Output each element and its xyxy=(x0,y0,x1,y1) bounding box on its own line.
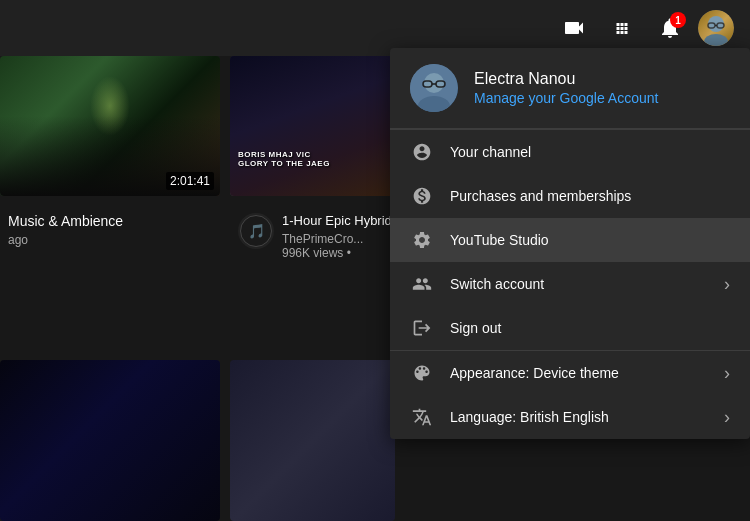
menu-item-sign-out[interactable]: Sign out xyxy=(390,306,750,350)
avatar-image xyxy=(698,10,734,46)
video-meta-1: ago xyxy=(8,233,123,247)
menu-user-info: Electra Nanou Manage your Google Account xyxy=(474,70,658,106)
menu-item-youtube-studio[interactable]: YouTube Studio xyxy=(390,218,750,262)
sign-out-icon xyxy=(410,316,434,340)
palette-icon xyxy=(410,361,434,385)
create-video-button[interactable] xyxy=(554,8,594,48)
appearance-label: Appearance: Device theme xyxy=(450,365,708,381)
menu-item-language[interactable]: Language: British English › xyxy=(390,395,750,439)
purchases-label: Purchases and memberships xyxy=(450,188,730,204)
video-info-1: Music & Ambience ago xyxy=(0,205,131,255)
notification-badge: 1 xyxy=(670,12,686,28)
person-icon xyxy=(410,140,434,164)
language-arrow: › xyxy=(724,407,730,428)
manage-account-link[interactable]: Manage your Google Account xyxy=(474,90,658,106)
menu-item-purchases[interactable]: Purchases and memberships xyxy=(390,174,750,218)
menu-item-your-channel[interactable]: Your channel xyxy=(390,130,750,174)
apps-button[interactable] xyxy=(602,8,642,48)
switch-account-label: Switch account xyxy=(450,276,708,292)
menu-profile-section: Electra Nanou Manage your Google Account xyxy=(390,48,750,129)
video-thumbnail-2[interactable]: BORIS MHAJ VICGLORY TO THE JAEG xyxy=(230,56,395,196)
video-thumbnail-3[interactable] xyxy=(0,360,220,521)
channel-icon-2: 🎵 xyxy=(238,213,274,249)
language-label: Language: British English xyxy=(450,409,708,425)
video-thumbnail-4[interactable] xyxy=(230,360,395,521)
your-channel-label: Your channel xyxy=(450,144,730,160)
switch-account-arrow: › xyxy=(724,274,730,295)
menu-item-switch-account[interactable]: Switch account › xyxy=(390,262,750,306)
sign-out-label: Sign out xyxy=(450,320,730,336)
video-title-1: Music & Ambience xyxy=(8,213,123,229)
user-dropdown-menu: Electra Nanou Manage your Google Account… xyxy=(390,48,750,439)
menu-item-appearance[interactable]: Appearance: Device theme › xyxy=(390,351,750,395)
notification-button[interactable]: 1 xyxy=(650,8,690,48)
appearance-arrow: › xyxy=(724,363,730,384)
svg-point-1 xyxy=(704,34,728,46)
video-duration-1: 2:01:41 xyxy=(166,172,214,190)
gear-icon xyxy=(410,228,434,252)
video-thumbnail-1[interactable]: 2:01:41 xyxy=(0,56,220,196)
menu-user-avatar xyxy=(410,64,458,112)
translate-icon xyxy=(410,405,434,429)
svg-point-0 xyxy=(708,16,724,32)
user-avatar-button[interactable] xyxy=(698,10,734,46)
dollar-icon xyxy=(410,184,434,208)
switch-account-icon xyxy=(410,272,434,296)
video-overlay-text: BORIS MHAJ VICGLORY TO THE JAEG xyxy=(238,150,330,168)
youtube-studio-label: YouTube Studio xyxy=(450,232,730,248)
menu-user-name: Electra Nanou xyxy=(474,70,658,88)
svg-point-6 xyxy=(424,73,444,93)
